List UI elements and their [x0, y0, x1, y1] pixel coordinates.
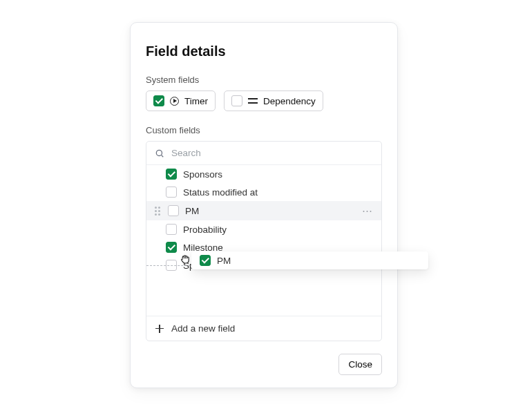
field-label: Sponsors	[183, 169, 222, 180]
list-item[interactable]: Sponsors	[146, 165, 381, 183]
checkbox[interactable]	[168, 205, 179, 216]
custom-field-list: Sponsors Status modified at PM ⋯ Probabi…	[146, 165, 381, 316]
field-details-modal: Field details System fields Timer Depend…	[130, 22, 398, 388]
checkbox[interactable]	[166, 169, 177, 180]
checkbox[interactable]	[200, 255, 211, 266]
field-label: PM	[185, 206, 199, 216]
list-item[interactable]: Probability	[146, 220, 381, 238]
dragging-label: PM	[217, 256, 231, 266]
more-icon[interactable]: ⋯	[362, 204, 373, 217]
play-icon	[170, 97, 179, 106]
system-fields-row: Timer Dependency	[146, 90, 382, 111]
checkbox-timer[interactable]	[153, 95, 164, 106]
grab-cursor-icon	[179, 253, 191, 265]
search-input[interactable]	[170, 147, 373, 159]
plus-icon	[155, 324, 164, 334]
modal-title: Field details	[146, 44, 382, 59]
modal-footer: Close	[146, 354, 382, 375]
add-field-button[interactable]: Add a new field	[146, 316, 381, 341]
add-field-label: Add a new field	[171, 323, 235, 334]
system-field-label: Dependency	[263, 96, 316, 106]
checkbox[interactable]	[166, 187, 177, 198]
svg-line-1	[162, 155, 164, 157]
system-field-label: Timer	[184, 96, 208, 106]
custom-fields-label: Custom fields	[146, 125, 382, 135]
svg-point-0	[156, 150, 162, 155]
swap-icon	[248, 96, 258, 106]
system-field-timer[interactable]: Timer	[146, 90, 216, 111]
search-icon	[155, 149, 164, 158]
system-fields-label: System fields	[146, 75, 382, 85]
field-label: Status modified at	[183, 187, 258, 198]
drag-handle-icon[interactable]	[153, 207, 162, 216]
system-field-dependency[interactable]: Dependency	[224, 90, 323, 111]
field-label: Probability	[183, 225, 227, 235]
dragging-item[interactable]: PM	[191, 251, 428, 269]
search-row	[146, 142, 381, 165]
close-button[interactable]: Close	[338, 354, 382, 375]
list-item[interactable]: Status modified at	[146, 183, 381, 201]
checkbox[interactable]	[166, 224, 177, 235]
checkbox[interactable]	[166, 242, 177, 253]
custom-fields-box: Sponsors Status modified at PM ⋯ Probabi…	[146, 141, 382, 341]
checkbox-dependency[interactable]	[231, 95, 242, 106]
list-item-highlighted[interactable]: PM ⋯	[146, 201, 381, 220]
